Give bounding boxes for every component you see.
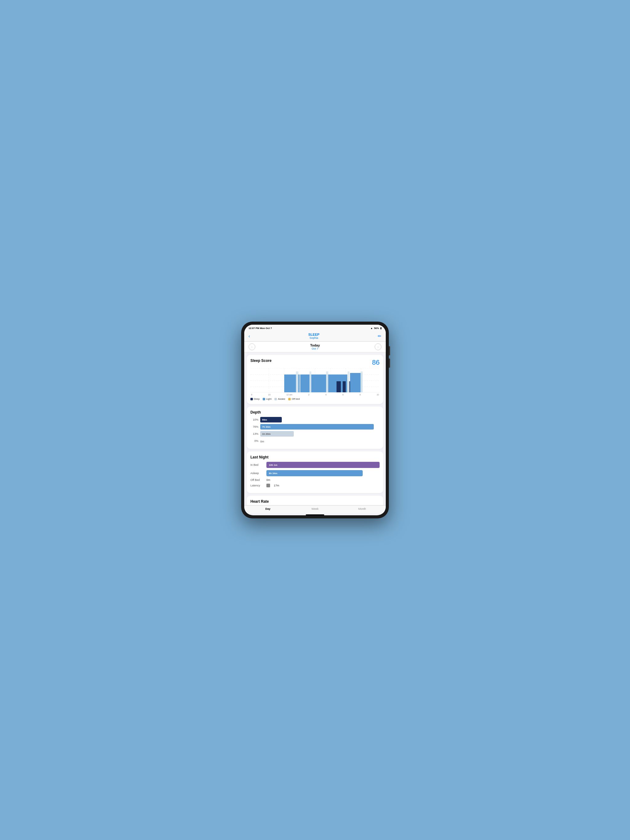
svg-rect-20 <box>343 381 346 392</box>
lastnight-row-asleep: Asleep 8h 34m <box>250 470 380 476</box>
date-display: Today Oct 7 <box>310 343 320 350</box>
date-value: Oct 7 <box>310 347 320 350</box>
depth-pct-awake: 13% <box>250 432 258 435</box>
depth-title: Depth <box>250 410 380 414</box>
tab-week[interactable]: Week <box>291 507 339 511</box>
depth-bar-light: 7h 34m <box>260 424 374 429</box>
lastnight-bar-inbed: 10h 1m <box>266 462 380 468</box>
tab-month[interactable]: Month <box>339 507 386 511</box>
svg-rect-19 <box>337 381 341 392</box>
latency-icon <box>266 484 270 487</box>
tab-day-label: Day <box>265 507 271 510</box>
tab-bar: Day Week Month <box>244 505 386 513</box>
svg-rect-24 <box>361 371 362 392</box>
legend-light: Light <box>263 398 271 400</box>
chart-axis: 8 10 12 am 2 4 6 8 10 <box>250 393 380 396</box>
axis-label-12am: 12 am <box>287 393 292 396</box>
battery-icon: ▮ <box>380 327 381 330</box>
user-name: Sophia <box>250 336 378 339</box>
sleep-chart-svg <box>250 368 380 393</box>
depth-pct-deep: 10% <box>250 418 258 421</box>
depth-bar-offbed-container: 0m <box>260 438 380 444</box>
depth-row-offbed: 0% 0m <box>250 438 380 444</box>
battery-label: 56% <box>374 327 379 330</box>
legend-deep: Deep <box>250 398 260 400</box>
heart-rate-card: Heart Rate 80 60 40 20 <box>247 496 383 505</box>
sleep-score-title: Sleep Score <box>250 358 272 363</box>
depth-bar-awake-container: 1h 20m <box>260 431 380 437</box>
legend-deep-label: Deep <box>254 398 260 400</box>
app-title: SLEEP <box>250 333 378 336</box>
svg-rect-15 <box>309 371 311 392</box>
legend-offbed-dot <box>288 398 291 400</box>
depth-bar-awake: 1h 20m <box>260 431 294 437</box>
last-night-card: Last Night In Bed 10h 1m Asleep 8h 34m <box>247 452 383 493</box>
screen: 12:07 PM Mon Oct 7 ▲ 56% ▮ ‹ SLEEP Sophi… <box>244 325 386 515</box>
lastnight-bar-asleep-wrap: 8h 34m <box>266 470 380 476</box>
nav-title: SLEEP Sophia <box>250 333 378 339</box>
legend-awake: Awake <box>274 398 285 400</box>
axis-label-4: 4 <box>326 393 327 396</box>
wifi-icon: ▲ <box>370 327 373 330</box>
axis-label-10: 10 <box>268 393 271 396</box>
axis-label-8b: 8 <box>359 393 361 396</box>
legend-light-label: Light <box>266 398 271 400</box>
depth-card: Depth 10% 59m 76% 7h 34m 13% <box>247 406 383 449</box>
lastnight-row-inbed: In Bed 10h 1m <box>250 462 380 468</box>
legend-offbed: Off bed <box>288 398 300 400</box>
sleep-score-value: 86 <box>372 358 380 366</box>
depth-row-deep: 10% 59m <box>250 417 380 422</box>
depth-row-light: 76% 7h 34m <box>250 424 380 429</box>
svg-rect-13 <box>296 371 298 392</box>
depth-bar-light-container: 7h 34m <box>260 424 380 429</box>
sleep-chart <box>250 368 380 393</box>
edit-button[interactable]: ✏ <box>378 333 381 338</box>
nav-header: ‹ SLEEP Sophia ✏ <box>244 332 386 342</box>
heart-rate-title: Heart Rate <box>250 499 380 504</box>
lastnight-offbed-value: 0m <box>266 478 271 482</box>
tab-month-label: Month <box>358 507 366 510</box>
sleep-score-card: Sleep Score 86 <box>247 355 383 404</box>
legend-awake-label: Awake <box>278 398 285 400</box>
device-frame: 12:07 PM Mon Oct 7 ▲ 56% ▮ ‹ SLEEP Sophi… <box>241 322 389 518</box>
depth-bar-deep-container: 59m <box>260 417 380 422</box>
prev-date-button[interactable]: ‹ <box>249 343 255 350</box>
lastnight-label-asleep: Asleep <box>250 472 264 475</box>
next-date-button[interactable]: › <box>375 343 381 350</box>
status-time: 12:07 PM Mon Oct 7 <box>249 327 272 330</box>
date-nav: ‹ Today Oct 7 › <box>244 342 386 352</box>
depth-row-awake: 13% 1h 20m <box>250 431 380 437</box>
status-bar: 12:07 PM Mon Oct 7 ▲ 56% ▮ <box>244 325 386 332</box>
home-indicator <box>306 515 324 515</box>
status-bar-right: ▲ 56% ▮ <box>370 327 381 330</box>
svg-rect-17 <box>326 371 328 392</box>
last-night-title: Last Night <box>250 455 380 459</box>
scroll-content: Sleep Score 86 <box>244 352 386 505</box>
lastnight-latency-value: 17m <box>274 484 279 487</box>
tab-day[interactable]: Day <box>244 507 291 511</box>
legend: Deep Light Awake Off bed <box>250 398 380 400</box>
date-label: Today <box>310 343 320 347</box>
axis-label-10b: 10 <box>377 393 379 396</box>
svg-rect-22 <box>348 371 350 392</box>
legend-deep-dot <box>250 398 253 400</box>
prev-arrow-icon: ‹ <box>251 345 252 349</box>
lastnight-row-offbed: Off Bed 0m <box>250 478 380 482</box>
lastnight-label-offbed: Off Bed <box>250 478 264 482</box>
volume-button-2 <box>389 358 390 368</box>
axis-label-6: 6 <box>342 393 343 396</box>
lastnight-bar-inbed-wrap: 10h 1m <box>266 462 380 468</box>
next-arrow-icon: › <box>377 345 378 349</box>
legend-offbed-label: Off bed <box>291 398 300 400</box>
lastnight-row-latency: Latency 17m <box>250 484 380 487</box>
depth-pct-light: 76% <box>250 425 258 428</box>
legend-awake-dot <box>274 398 277 400</box>
sleep-score-row: Sleep Score 86 <box>250 358 380 366</box>
lastnight-label-inbed: In Bed <box>250 463 264 466</box>
volume-button <box>389 346 390 355</box>
axis-label-2: 2 <box>308 393 309 396</box>
tab-week-label: Week <box>312 507 319 510</box>
lastnight-label-latency: Latency <box>250 484 264 487</box>
depth-bar-deep: 59m <box>260 417 282 422</box>
depth-offbed-value: 0m <box>260 440 264 443</box>
